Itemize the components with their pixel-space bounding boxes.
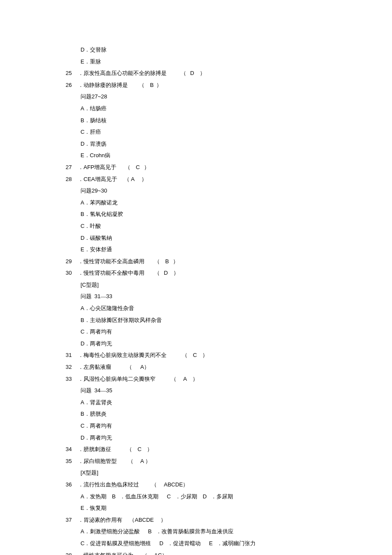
cn-text: ） <box>144 361 150 373</box>
cn-text: ．碳酸氢钠 <box>84 232 112 244</box>
spacer <box>197 491 203 503</box>
cn-text: （ <box>128 455 133 467</box>
cn-text: ．慢性肾功能不全酸中毒用 <box>78 267 144 279</box>
spacer <box>140 161 144 173</box>
cn-text: ） <box>144 161 150 173</box>
text-line: E．恢复期 <box>66 502 392 514</box>
cn-text: ） <box>145 455 151 467</box>
text-line: B．氢氧化铝凝胶 <box>66 208 392 220</box>
latin-text: A <box>140 361 144 373</box>
text-line: A．肾盂肾炎 <box>66 397 392 408</box>
cn-text: ― <box>101 290 106 302</box>
cn-text: ．慢性肾功能不全高血磷用 <box>78 256 144 267</box>
cn-text: （ <box>129 514 135 526</box>
cn-text: ．减弱幽门张力 <box>217 538 256 549</box>
spacer <box>167 349 182 361</box>
cn-text: ．刺激壁细胞分泌盐酸 <box>84 526 140 538</box>
text-line: 25．原发性高血压心功能不全的脉搏是 （ D ） <box>66 67 392 79</box>
cn-text: ．低血压休克期 <box>120 491 159 503</box>
text-line: A．苯丙酸诺龙 <box>66 197 392 209</box>
text-line: D．两者均无 <box>66 432 392 444</box>
cn-text: ．两者均无 <box>84 432 112 444</box>
spacer <box>132 361 141 373</box>
text-line: 36．流行性出血热临床经过 （ ABCDE ） <box>66 479 392 491</box>
spacer <box>160 256 165 267</box>
latin-text: ] <box>97 467 98 479</box>
cn-text: ．少尿期 <box>175 491 197 503</box>
spacer <box>141 443 147 455</box>
spacer <box>197 349 202 361</box>
latin-text: A <box>183 373 187 385</box>
cn-text: ．交替脉 <box>84 44 107 56</box>
spacer <box>130 161 136 173</box>
latin-text: B <box>165 256 169 267</box>
latin-text: [X <box>81 467 86 479</box>
cn-text: ．膀胱炎 <box>84 408 107 420</box>
spacer <box>144 256 154 267</box>
cn-text: ） <box>147 443 153 455</box>
text-line: A．心尖区隆隆性杂音 <box>66 302 392 314</box>
text-line: D．两者均无 <box>66 338 392 350</box>
latin-text: B <box>81 115 84 127</box>
question-number: 33 <box>66 373 78 385</box>
cn-text: ．肾盂肾炎 <box>84 397 112 408</box>
latin-text: AFP <box>84 161 94 173</box>
latin-text: A <box>81 491 84 503</box>
cn-text: （ <box>139 79 144 91</box>
latin-text: B <box>81 208 84 220</box>
latin-text: C <box>81 126 84 138</box>
cn-text: ） <box>200 67 205 79</box>
question-number: 32 <box>66 361 78 373</box>
cn-text: ．梅毒性心脏病致主动脉瓣关闭不全 <box>78 349 167 361</box>
text-line: A．结肠癌 <box>66 103 392 115</box>
spacer <box>194 67 200 79</box>
latin-text: E <box>209 538 213 549</box>
cn-text: （ <box>125 161 130 173</box>
cn-text: ． <box>78 173 84 185</box>
latin-text: 33 <box>106 290 112 302</box>
spacer <box>207 491 211 503</box>
cn-text: ．两者均有 <box>84 326 112 338</box>
text-line: E．安体舒通 <box>66 244 392 256</box>
text-line: C．促进胃黏膜及壁细胞增殖 D ．促进胃蠕动 E ．减弱幽门张力 <box>66 538 392 549</box>
latin-text: C <box>81 420 84 432</box>
spacer <box>157 479 164 491</box>
cn-text: （ <box>171 373 176 385</box>
latin-text: [C <box>81 279 86 291</box>
latin-text: C <box>81 326 84 338</box>
cn-text: ） <box>183 479 188 491</box>
spacer <box>144 267 154 279</box>
cn-text: ．肝癌 <box>84 126 101 138</box>
text-line: B．膀胱炎 <box>66 408 392 420</box>
spacer <box>144 79 150 91</box>
cn-text: ― <box>101 385 106 397</box>
spacer <box>151 538 159 549</box>
spacer <box>201 538 209 549</box>
latin-text: D <box>81 232 84 244</box>
cn-text: 病 <box>105 150 110 161</box>
latin-text: A <box>131 173 135 185</box>
latin-text: 34 <box>95 385 101 397</box>
text-line: 问题 31―33 <box>66 290 392 302</box>
latin-text: A <box>81 302 84 314</box>
cn-text: （ <box>127 443 132 455</box>
latin-text: D <box>81 138 84 150</box>
text-line: 31．梅毒性心脏病致主动脉瓣关闭不全 （ C ） <box>66 349 392 361</box>
spacer <box>187 373 193 385</box>
cn-text: 型题 <box>86 279 97 291</box>
text-line: [C 型题] <box>66 279 392 291</box>
latin-text: D <box>164 267 168 279</box>
cn-text: ．胃溃疡 <box>84 138 107 150</box>
cn-text: ．流行性出血热临床经过 <box>78 479 139 491</box>
latin-text: C <box>81 538 84 549</box>
spacer <box>107 491 112 503</box>
cn-text: ） <box>141 173 147 185</box>
cn-text: ．原发性高血压心功能不全的脉搏是 <box>78 67 167 79</box>
cn-text: 问题 <box>81 385 92 397</box>
cn-text: ） <box>173 267 179 279</box>
cn-text: ．安体舒通 <box>84 244 112 256</box>
cn-text: 增高见于 <box>94 161 116 173</box>
document-page: D．交替脉E．重脉25．原发性高血压心功能不全的脉搏是 （ D ）26．动静脉瘘… <box>0 0 392 555</box>
text-line: D．碳酸氢钠 <box>66 232 392 244</box>
cn-text: （ <box>151 479 157 491</box>
